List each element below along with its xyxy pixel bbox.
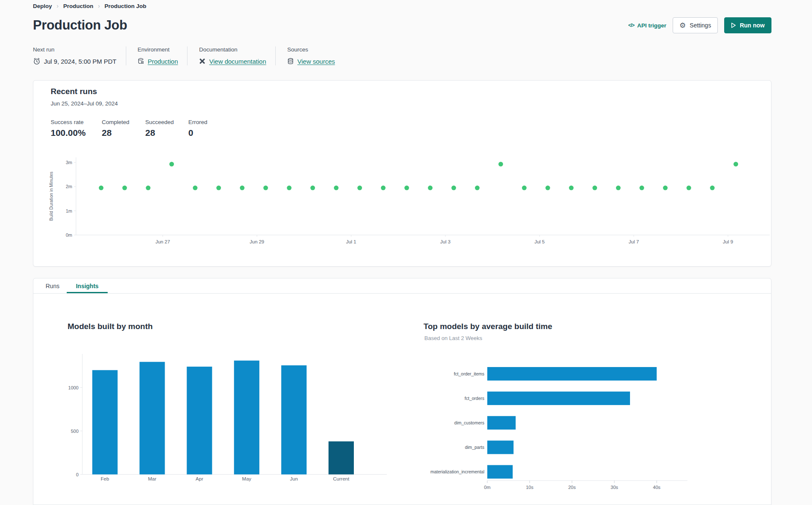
run-duration-point[interactable] xyxy=(122,186,127,190)
run-duration-point[interactable] xyxy=(334,186,339,190)
category-label: fct_orders xyxy=(464,396,484,401)
code-icon: </> xyxy=(628,22,634,28)
alarm-clock-icon xyxy=(33,57,41,65)
run-duration-point[interactable] xyxy=(616,186,621,190)
api-trigger-link[interactable]: </> API trigger xyxy=(628,22,666,29)
environment-link[interactable]: Production xyxy=(148,58,178,65)
x-tick-label: 30s xyxy=(611,485,618,490)
x-tick-label: Jul 1 xyxy=(346,239,356,244)
run-duration-point[interactable] xyxy=(733,162,738,167)
y-axis-title: Build Duration in Minutes xyxy=(49,172,54,221)
job-info-row: Next run Jul 9, 2024, 5:00 PM PDT Enviro… xyxy=(33,46,356,65)
settings-button[interactable]: ⚙ Settings xyxy=(673,17,718,33)
view-documentation-link[interactable]: View documentation xyxy=(209,58,266,65)
run-duration-point[interactable] xyxy=(169,162,174,167)
bar-materialization_incremental xyxy=(487,465,513,478)
category-label: materialization_incremental xyxy=(430,469,484,474)
y-tick-label: 1m xyxy=(66,208,72,213)
run-duration-point[interactable] xyxy=(216,186,221,190)
x-tick-label: Jun 29 xyxy=(250,239,264,244)
tab-runs[interactable]: Runs xyxy=(38,278,67,293)
run-duration-point[interactable] xyxy=(381,186,386,190)
next-run-value: Jul 9, 2024, 5:00 PM PDT xyxy=(44,58,117,65)
run-duration-point[interactable] xyxy=(240,186,244,190)
stat-succeeded: Succeeded 28 xyxy=(145,119,188,138)
run-duration-point[interactable] xyxy=(357,186,362,190)
run-duration-point[interactable] xyxy=(710,186,714,190)
run-duration-point[interactable] xyxy=(428,186,432,190)
stat-label: Succeeded xyxy=(145,119,188,125)
run-duration-point[interactable] xyxy=(546,186,550,190)
run-duration-point[interactable] xyxy=(263,186,268,190)
insights-card: Runs Insights Models built by month Top … xyxy=(33,278,771,505)
view-sources-link[interactable]: View sources xyxy=(297,58,335,65)
environment-database-icon xyxy=(138,58,144,65)
run-now-button[interactable]: Run now xyxy=(724,17,771,33)
top-models-chart-subtitle: Based on Last 2 Weeks xyxy=(424,335,482,341)
chevron-right-icon: › xyxy=(98,3,100,9)
x-tick-label: Jul 7 xyxy=(629,239,639,244)
stat-value: 0 xyxy=(188,128,207,138)
deploy-job-page: Deploy › Production › Production Job Pro… xyxy=(0,0,812,505)
recent-runs-title: Recent runs xyxy=(51,87,97,96)
run-duration-point[interactable] xyxy=(193,186,198,190)
environment-value-row: Production xyxy=(138,57,178,65)
api-trigger-label: API trigger xyxy=(637,22,666,29)
run-duration-point[interactable] xyxy=(639,186,644,190)
run-duration-point[interactable] xyxy=(405,186,409,190)
run-duration-point[interactable] xyxy=(451,186,456,190)
breadcrumb-production-job: Production Job xyxy=(105,3,147,9)
category-label: dim_customers xyxy=(454,420,484,425)
stat-value: 28 xyxy=(102,128,145,138)
run-duration-point[interactable] xyxy=(569,186,573,190)
run-duration-point[interactable] xyxy=(522,186,527,190)
y-tick-label: 2m xyxy=(66,184,72,189)
build-duration-chart: 0m1m2m3mBuild Duration in MinutesJun 27J… xyxy=(42,148,771,249)
run-duration-point[interactable] xyxy=(663,186,668,190)
run-duration-point[interactable] xyxy=(687,186,691,190)
bar-mar xyxy=(139,362,165,475)
y-tick-label: 500 xyxy=(71,429,79,434)
header-actions: </> API trigger ⚙ Settings Run now xyxy=(628,17,771,33)
x-tick-label: Jul 5 xyxy=(535,239,545,244)
stat-label: Errored xyxy=(188,119,207,125)
breadcrumb-deploy[interactable]: Deploy xyxy=(33,3,52,9)
documentation-value-row: View documentation xyxy=(199,57,266,65)
page-title: Production Job xyxy=(33,18,127,33)
run-duration-point[interactable] xyxy=(498,162,503,167)
stat-value: 28 xyxy=(145,128,188,138)
bar-fct_orders xyxy=(487,392,630,405)
settings-label: Settings xyxy=(690,22,711,29)
breadcrumb-production[interactable]: Production xyxy=(63,3,93,9)
info-sources: Sources View sources xyxy=(287,46,344,65)
stat-label: Completed xyxy=(102,119,145,125)
next-run-value-row: Jul 9, 2024, 5:00 PM PDT xyxy=(33,57,117,65)
sources-value-row: View sources xyxy=(287,57,335,65)
run-duration-point[interactable] xyxy=(146,186,150,190)
x-tick-label: Jun xyxy=(290,476,298,481)
stat-completed: Completed 28 xyxy=(102,119,145,138)
bar-feb xyxy=(92,370,118,474)
x-tick-label: 40s xyxy=(653,485,660,490)
bar-jun xyxy=(281,365,307,475)
environment-label: Environment xyxy=(138,46,178,53)
page-header: Production Job </> API trigger ⚙ Setting… xyxy=(33,16,771,35)
y-tick-label: 1000 xyxy=(68,385,79,390)
stat-errored: Errored 0 xyxy=(188,119,207,138)
stat-value: 100.00% xyxy=(51,128,102,138)
run-duration-point[interactable] xyxy=(592,186,597,190)
x-tick-label: Jul 3 xyxy=(440,239,451,244)
models-built-chart-title: Models built by month xyxy=(68,322,153,331)
run-duration-point[interactable] xyxy=(475,186,480,190)
info-documentation: Documentation View documentation xyxy=(199,46,276,65)
recent-runs-date-range: Jun 25, 2024–Jul 09, 2024 xyxy=(51,100,118,107)
play-icon xyxy=(731,22,736,28)
run-now-label: Run now xyxy=(740,22,765,29)
x-tick-label: Jun 27 xyxy=(155,239,170,244)
run-duration-point[interactable] xyxy=(310,186,315,190)
category-label: fct_order_items xyxy=(454,371,484,376)
y-tick-label: 0m xyxy=(66,232,72,238)
run-duration-point[interactable] xyxy=(99,186,103,190)
run-duration-point[interactable] xyxy=(287,186,291,190)
tab-insights[interactable]: Insights xyxy=(67,278,108,293)
